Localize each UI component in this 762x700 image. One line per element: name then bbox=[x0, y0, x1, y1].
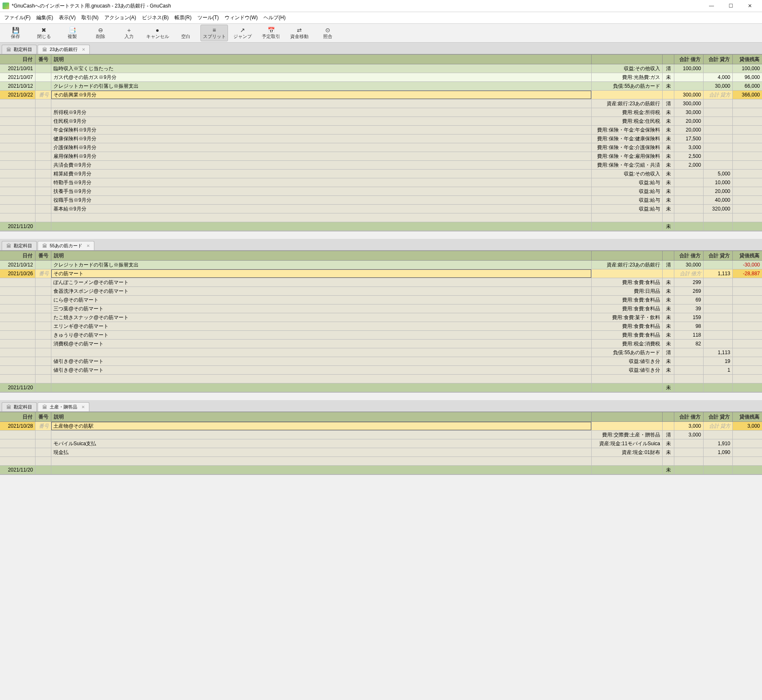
balance-cell[interactable]: 66,000 bbox=[733, 82, 762, 90]
minimize-button[interactable]: — bbox=[702, 0, 721, 12]
balance-cell[interactable] bbox=[733, 187, 762, 195]
desc-cell[interactable]: 扶養手当※9月分 bbox=[51, 187, 592, 195]
credit-cell[interactable] bbox=[704, 261, 733, 269]
desc-cell[interactable]: 精算経費※9月分 bbox=[51, 170, 592, 178]
desc-cell[interactable]: 役職手当※9月分 bbox=[51, 196, 592, 204]
reconcile-cell[interactable]: 未 bbox=[663, 448, 674, 457]
num-cell[interactable]: 番号 bbox=[35, 422, 51, 430]
date-cell[interactable] bbox=[0, 117, 35, 125]
desc-cell[interactable]: 臨時収入※宝くじ当たった bbox=[51, 64, 592, 73]
debit-cell[interactable]: 82 bbox=[674, 340, 704, 348]
col-r[interactable] bbox=[663, 55, 674, 64]
credit-cell[interactable] bbox=[704, 117, 733, 125]
num-cell[interactable] bbox=[35, 448, 51, 457]
debit-cell[interactable]: 98 bbox=[674, 322, 704, 330]
desc-cell[interactable]: にら@その筋マート bbox=[51, 296, 592, 304]
debit-cell[interactable]: 299 bbox=[674, 278, 704, 287]
desc-cell[interactable]: クレジットカードの引落し※振替支出 bbox=[51, 82, 592, 90]
col-date[interactable]: 日付 bbox=[0, 412, 35, 421]
credit-cell[interactable] bbox=[704, 457, 733, 465]
desc-cell[interactable]: 年金保険料※9月分 bbox=[51, 126, 592, 134]
num-cell[interactable] bbox=[35, 134, 51, 143]
account-cell[interactable]: 費用:日用品 bbox=[592, 287, 663, 295]
desc-cell[interactable]: 共済会費※9月分 bbox=[51, 161, 592, 169]
reconcile-cell[interactable]: 未 bbox=[663, 143, 674, 152]
desc-cell[interactable]: エリンギ@その筋マート bbox=[51, 322, 592, 330]
balance-cell[interactable]: 100,000 bbox=[733, 64, 762, 73]
date-cell[interactable] bbox=[0, 143, 35, 152]
desc-cell[interactable]: たこ焼きスナック@その筋マート bbox=[51, 313, 592, 322]
credit-cell[interactable]: 1 bbox=[704, 366, 733, 374]
num-cell[interactable] bbox=[35, 178, 51, 187]
num-cell[interactable] bbox=[35, 366, 51, 374]
num-cell[interactable] bbox=[35, 331, 51, 339]
desc-cell[interactable]: その筋興業※9月分 bbox=[51, 91, 592, 99]
account-cell[interactable]: 資産:銀行:23あの筋銀行 bbox=[592, 261, 663, 269]
credit-cell[interactable] bbox=[704, 287, 733, 295]
num-cell[interactable] bbox=[35, 213, 51, 222]
debit-cell[interactable]: 合計 借方 bbox=[674, 269, 704, 278]
balance-cell[interactable] bbox=[733, 205, 762, 213]
credit-cell[interactable] bbox=[704, 126, 733, 134]
reconcile-cell[interactable] bbox=[663, 422, 674, 430]
reconcile-cell[interactable] bbox=[663, 375, 674, 383]
date-cell[interactable] bbox=[0, 152, 35, 160]
debit-cell[interactable] bbox=[674, 73, 704, 81]
reconcile-cell[interactable]: 未 bbox=[663, 322, 674, 330]
debit-cell[interactable]: 2,000 bbox=[674, 161, 704, 169]
credit-cell[interactable]: 30,000 bbox=[704, 82, 733, 90]
date-cell[interactable] bbox=[0, 366, 35, 374]
debit-cell[interactable] bbox=[674, 357, 704, 365]
date-cell[interactable]: 2021/10/12 bbox=[0, 82, 35, 90]
debit-cell[interactable] bbox=[674, 348, 704, 357]
split-button[interactable]: ≡スプリット bbox=[200, 25, 228, 41]
reconcile-button[interactable]: ⊙照合 bbox=[314, 25, 342, 41]
num-cell[interactable] bbox=[35, 457, 51, 465]
credit-cell[interactable]: 1,910 bbox=[704, 439, 733, 448]
date-cell[interactable] bbox=[0, 278, 35, 287]
balance-cell[interactable] bbox=[733, 178, 762, 187]
date-cell[interactable]: 2021/11/20 bbox=[0, 466, 35, 474]
reconcile-cell[interactable]: 未 bbox=[663, 178, 674, 187]
date-cell[interactable] bbox=[0, 108, 35, 117]
date-cell[interactable] bbox=[0, 304, 35, 313]
credit-cell[interactable]: 合計 貸方 bbox=[704, 91, 733, 99]
num-cell[interactable] bbox=[35, 304, 51, 313]
debit-cell[interactable]: 3,000 bbox=[674, 431, 704, 439]
balance-cell[interactable] bbox=[733, 340, 762, 348]
menu-item[interactable]: ビジネス(B) bbox=[140, 13, 170, 23]
date-cell[interactable] bbox=[0, 126, 35, 134]
desc-cell[interactable] bbox=[51, 99, 592, 108]
reconcile-cell[interactable]: 清 bbox=[663, 431, 674, 439]
account-cell[interactable]: 費用:食費:食料品 bbox=[592, 278, 663, 287]
reconcile-cell[interactable] bbox=[663, 91, 674, 99]
credit-cell[interactable] bbox=[704, 161, 733, 169]
balance-cell[interactable] bbox=[733, 196, 762, 204]
num-cell[interactable] bbox=[35, 152, 51, 160]
num-cell[interactable] bbox=[35, 375, 51, 383]
num-cell[interactable] bbox=[35, 73, 51, 81]
menu-item[interactable]: 表示(V) bbox=[57, 13, 77, 23]
desc-cell[interactable]: 基本給※9月分 bbox=[51, 205, 592, 213]
desc-cell[interactable]: 所得税※9月分 bbox=[51, 108, 592, 117]
desc-cell[interactable]: 健康保険料※9月分 bbox=[51, 134, 592, 143]
debit-cell[interactable] bbox=[674, 366, 704, 374]
balance-cell[interactable]: -30,000 bbox=[733, 261, 762, 269]
credit-cell[interactable]: 合計 貸方 bbox=[704, 422, 733, 430]
desc-cell[interactable]: 特勤手当※9月分 bbox=[51, 178, 592, 187]
account-cell[interactable] bbox=[592, 222, 663, 231]
desc-cell[interactable]: 土産物@その筋駅 bbox=[51, 422, 592, 430]
reconcile-cell[interactable] bbox=[663, 213, 674, 222]
num-cell[interactable] bbox=[35, 126, 51, 134]
reconcile-cell[interactable]: 未 bbox=[663, 383, 674, 392]
balance-cell[interactable] bbox=[733, 296, 762, 304]
col-debit[interactable]: 合計 借方 bbox=[674, 251, 704, 260]
account-cell[interactable]: 費用:保険・年金:健康保険料 bbox=[592, 134, 663, 143]
account-cell[interactable]: 費用:交際費:土産・贈答品 bbox=[592, 431, 663, 439]
credit-cell[interactable]: 10,000 bbox=[704, 178, 733, 187]
close-button[interactable]: ✖閉じる bbox=[30, 25, 58, 41]
date-cell[interactable]: 2021/10/26 bbox=[0, 269, 35, 278]
reconcile-cell[interactable]: 未 bbox=[663, 366, 674, 374]
credit-cell[interactable]: 40,000 bbox=[704, 196, 733, 204]
credit-cell[interactable] bbox=[704, 383, 733, 392]
